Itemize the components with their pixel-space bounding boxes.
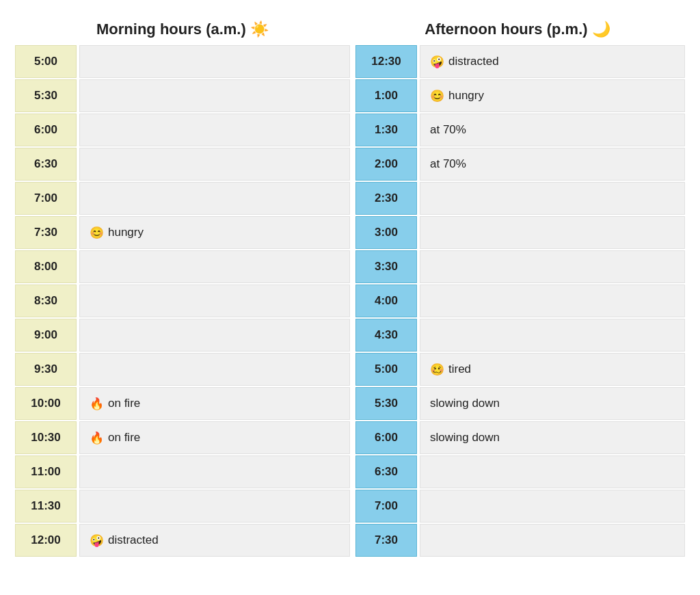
note-cell bbox=[79, 353, 350, 386]
table-row: 5:00🥴tired bbox=[355, 353, 685, 386]
table-row: 11:00 bbox=[15, 455, 350, 488]
table-row: 3:30 bbox=[355, 250, 685, 283]
time-cell: 9:00 bbox=[15, 319, 77, 352]
time-cell: 5:00 bbox=[15, 45, 77, 78]
table-row: 6:00slowing down bbox=[355, 421, 685, 454]
morning-column: 5:005:306:006:307:007:30😊hungry8:008:309… bbox=[15, 45, 350, 557]
note-text: on fire bbox=[108, 431, 140, 445]
time-cell: 5:30 bbox=[15, 79, 77, 112]
emoji-icon: 🤪 bbox=[430, 55, 444, 69]
morning-header: Morning hours (a.m.) ☀️ bbox=[15, 21, 350, 38]
time-cell: 7:30 bbox=[15, 216, 77, 249]
note-cell bbox=[79, 45, 350, 78]
note-cell bbox=[79, 114, 350, 146]
table-row: 9:30 bbox=[15, 353, 350, 386]
time-cell: 7:30 bbox=[355, 524, 417, 557]
table-row: 1:30at 70% bbox=[355, 114, 685, 146]
table-row: 2:30 bbox=[355, 182, 685, 215]
table-row: 11:30 bbox=[15, 490, 350, 523]
table-row: 5:30slowing down bbox=[355, 387, 685, 420]
note-cell bbox=[79, 319, 350, 352]
note-text: at 70% bbox=[430, 123, 466, 137]
time-cell: 10:30 bbox=[15, 421, 77, 454]
time-cell: 5:30 bbox=[355, 387, 417, 420]
note-cell: 🤪distracted bbox=[420, 45, 685, 78]
time-cell: 10:00 bbox=[15, 387, 77, 420]
note-cell bbox=[79, 79, 350, 112]
time-cell: 6:00 bbox=[355, 421, 417, 454]
schedule-grid: 5:005:306:006:307:007:30😊hungry8:008:309… bbox=[15, 45, 685, 557]
emoji-icon: 🤪 bbox=[90, 533, 104, 548]
note-cell: slowing down bbox=[420, 387, 685, 420]
table-row: 4:30 bbox=[355, 319, 685, 352]
time-cell: 8:30 bbox=[15, 285, 77, 317]
time-cell: 12:30 bbox=[355, 45, 417, 78]
note-cell: at 70% bbox=[420, 148, 685, 181]
time-cell: 6:30 bbox=[15, 148, 77, 181]
note-cell bbox=[420, 285, 685, 317]
table-row: 4:00 bbox=[355, 285, 685, 317]
time-cell: 3:00 bbox=[355, 216, 417, 249]
time-cell: 9:30 bbox=[15, 353, 77, 386]
note-text: at 70% bbox=[430, 157, 466, 171]
note-cell bbox=[79, 148, 350, 181]
note-cell bbox=[420, 490, 685, 523]
note-cell bbox=[79, 455, 350, 488]
time-cell: 2:00 bbox=[355, 148, 417, 181]
note-text: slowing down bbox=[430, 431, 500, 445]
table-row: 3:00 bbox=[355, 216, 685, 249]
afternoon-header: Afternoon hours (p.m.) 🌙 bbox=[350, 21, 685, 38]
table-row: 5:30 bbox=[15, 79, 350, 112]
afternoon-column: 12:30🤪distracted1:00😊hungry1:30at 70%2:0… bbox=[350, 45, 685, 557]
emoji-icon: 🔥 bbox=[90, 397, 104, 411]
time-cell: 7:00 bbox=[355, 490, 417, 523]
note-cell bbox=[420, 524, 685, 557]
table-row: 6:30 bbox=[355, 455, 685, 488]
time-cell: 3:30 bbox=[355, 250, 417, 283]
time-cell: 6:00 bbox=[15, 114, 77, 146]
time-cell: 7:00 bbox=[15, 182, 77, 215]
time-cell: 1:00 bbox=[355, 79, 417, 112]
note-cell bbox=[79, 490, 350, 523]
note-cell bbox=[79, 285, 350, 317]
time-cell: 5:00 bbox=[355, 353, 417, 386]
note-cell bbox=[420, 319, 685, 352]
table-row: 7:00 bbox=[355, 490, 685, 523]
note-cell bbox=[79, 250, 350, 283]
note-cell: slowing down bbox=[420, 421, 685, 454]
note-cell bbox=[420, 250, 685, 283]
note-text: distracted bbox=[108, 533, 159, 547]
time-cell: 2:30 bbox=[355, 182, 417, 215]
note-cell: at 70% bbox=[420, 114, 685, 146]
table-row: 10:00🔥on fire bbox=[15, 387, 350, 420]
note-cell: 🔥on fire bbox=[79, 387, 350, 420]
table-row: 5:00 bbox=[15, 45, 350, 78]
table-row: 9:00 bbox=[15, 319, 350, 352]
note-cell bbox=[420, 216, 685, 249]
note-cell: 😊hungry bbox=[79, 216, 350, 249]
time-cell: 11:30 bbox=[15, 490, 77, 523]
time-cell: 11:00 bbox=[15, 455, 77, 488]
time-cell: 6:30 bbox=[355, 455, 417, 488]
note-cell bbox=[79, 182, 350, 215]
time-cell: 8:00 bbox=[15, 250, 77, 283]
emoji-icon: 😊 bbox=[90, 226, 104, 240]
note-text: hungry bbox=[108, 226, 144, 239]
note-text: slowing down bbox=[430, 397, 500, 410]
time-cell: 4:30 bbox=[355, 319, 417, 352]
note-cell bbox=[420, 182, 685, 215]
column-headers: Morning hours (a.m.) ☀️ Afternoon hours … bbox=[15, 21, 685, 38]
note-text: distracted bbox=[448, 55, 499, 68]
time-cell: 1:30 bbox=[355, 114, 417, 146]
note-cell: 🔥on fire bbox=[79, 421, 350, 454]
table-row: 7:30 bbox=[355, 524, 685, 557]
table-row: 12:00🤪distracted bbox=[15, 524, 350, 557]
table-row: 7:00 bbox=[15, 182, 350, 215]
table-row: 8:30 bbox=[15, 285, 350, 317]
note-text: on fire bbox=[108, 397, 140, 410]
table-row: 7:30😊hungry bbox=[15, 216, 350, 249]
table-row: 12:30🤪distracted bbox=[355, 45, 685, 78]
note-cell: 🥴tired bbox=[420, 353, 685, 386]
table-row: 10:30🔥on fire bbox=[15, 421, 350, 454]
note-cell: 🤪distracted bbox=[79, 524, 350, 557]
